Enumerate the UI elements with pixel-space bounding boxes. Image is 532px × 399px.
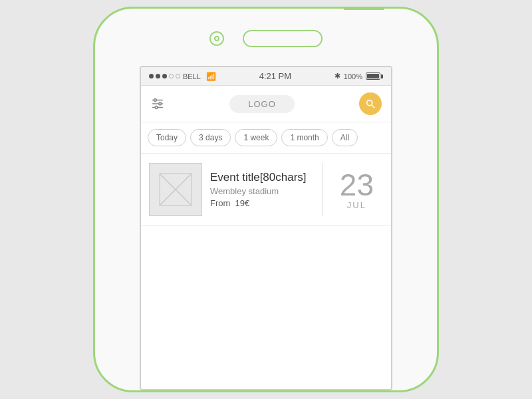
svg-point-4 xyxy=(159,102,162,105)
volume-up-button[interactable] xyxy=(93,128,95,158)
svg-line-7 xyxy=(372,105,374,108)
volume-down-button[interactable] xyxy=(93,164,95,194)
phone-frame: BELL 📶 4:21 PM ✱ 100% xyxy=(93,7,439,392)
logo: LOGO xyxy=(229,95,295,113)
event-title: Event title[80chars] xyxy=(210,171,314,184)
mute-button[interactable] xyxy=(93,95,95,116)
camera-lens xyxy=(214,36,219,41)
power-button[interactable] xyxy=(437,132,439,172)
search-button[interactable] xyxy=(359,92,382,115)
battery-icon xyxy=(366,72,383,80)
event-month: JUL xyxy=(347,200,366,210)
tab-3days[interactable]: 3 days xyxy=(190,129,231,146)
status-time: 4:21 PM xyxy=(259,71,291,81)
tab-1week[interactable]: 1 week xyxy=(235,129,277,146)
signal-dot-4 xyxy=(169,74,174,78)
filter-button[interactable] xyxy=(150,96,165,111)
status-left: BELL 📶 xyxy=(149,72,216,81)
speaker xyxy=(243,30,323,47)
price-label: From xyxy=(210,198,230,208)
navbar: LOGO xyxy=(141,86,391,122)
tab-1month[interactable]: 1 month xyxy=(281,129,327,146)
event-date: 23 JUL xyxy=(331,163,383,216)
signal-dot-5 xyxy=(176,74,180,78)
signal-dot-2 xyxy=(156,74,160,78)
event-image xyxy=(149,163,202,216)
event-venue: Wembley stadium xyxy=(210,186,314,196)
carrier-name: BELL xyxy=(183,72,201,80)
tab-all[interactable]: All xyxy=(332,129,358,146)
signal-indicator xyxy=(149,74,180,78)
tab-today[interactable]: Today xyxy=(148,129,186,146)
price-value: 19€ xyxy=(235,198,250,208)
svg-point-3 xyxy=(154,99,157,102)
status-bar: BELL 📶 4:21 PM ✱ 100% xyxy=(141,67,391,86)
camera xyxy=(209,31,224,46)
svg-point-5 xyxy=(155,106,158,109)
bluetooth-icon: ✱ xyxy=(334,72,340,80)
event-price: From 19€ xyxy=(210,198,314,208)
phone-top-hardware xyxy=(95,9,437,47)
event-info: Event title[80chars] Wembley stadium Fro… xyxy=(210,163,314,216)
signal-dot-3 xyxy=(162,74,167,78)
signal-dot-1 xyxy=(149,74,154,78)
screen: BELL 📶 4:21 PM ✱ 100% xyxy=(140,66,392,390)
battery-percent: 100% xyxy=(344,72,362,80)
filter-tabs: Today 3 days 1 week 1 month All xyxy=(141,122,391,154)
headphone-port xyxy=(344,7,384,10)
event-item[interactable]: Event title[80chars] Wembley stadium Fro… xyxy=(141,154,391,226)
date-divider xyxy=(322,163,323,216)
status-right: ✱ 100% xyxy=(334,72,383,80)
event-list: Event title[80chars] Wembley stadium Fro… xyxy=(141,154,391,389)
wifi-icon: 📶 xyxy=(206,72,216,81)
event-day: 23 xyxy=(340,170,374,200)
